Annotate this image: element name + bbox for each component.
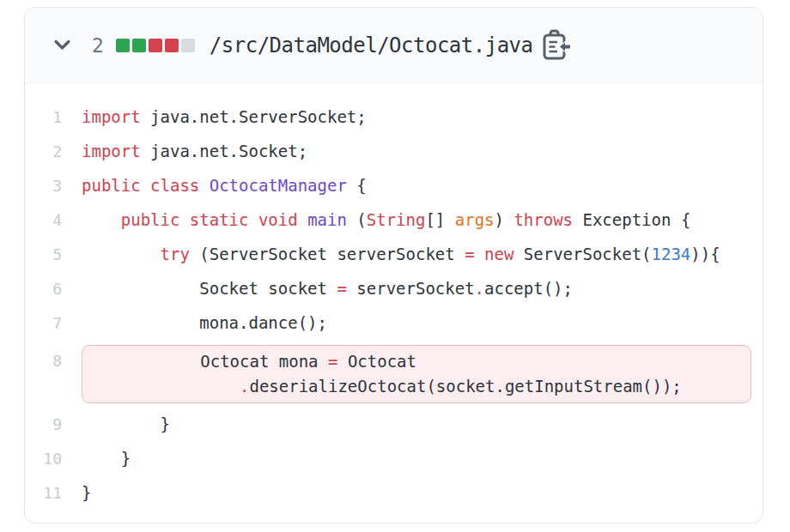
line-number: 9 (25, 415, 82, 433)
token-ty: main (307, 210, 347, 229)
token-kw: import (82, 142, 141, 160)
token-pl: (ServerSocket serverSocket (190, 245, 465, 263)
token-pl: Octocat mona (82, 352, 328, 371)
token-pl: Exception { (573, 210, 690, 229)
code-line[interactable]: 9 } (25, 407, 763, 441)
line-number: 5 (25, 245, 82, 263)
line-number: 1 (25, 108, 82, 126)
diff-block-added (116, 39, 130, 52)
token-pl: java.net.ServerSocket; (141, 107, 367, 126)
token-pl: )){ (690, 245, 720, 263)
line-content: Socket socket = serverSocket.accept(); (82, 271, 573, 305)
line-number: 3 (25, 177, 82, 195)
token-kw: . (240, 377, 249, 396)
line-content: import java.net.ServerSocket; (82, 100, 367, 134)
line-number: 10 (25, 450, 82, 468)
line-content: mona.dance(); (82, 305, 327, 340)
code-view: 1import java.net.ServerSocket;2import ja… (25, 83, 763, 510)
line-content: .deserializeOctocat(socket.getInputStrea… (82, 374, 750, 399)
changes-count: 2 (92, 34, 104, 57)
token-pl (82, 210, 121, 229)
token-kw: = (328, 352, 337, 371)
token-pl: ) (495, 210, 514, 229)
line-number: 11 (25, 484, 82, 502)
token-pl (475, 245, 484, 263)
token-pl: } (82, 449, 131, 468)
token-nu: 1234 (652, 245, 691, 263)
token-pl: serverSocket (347, 279, 475, 298)
token-kw: public class (82, 176, 199, 195)
line-content: } (82, 407, 170, 441)
token-kw: throws (514, 210, 573, 229)
token-pl: deserializeOctocat(socket.getInputStream… (249, 377, 681, 396)
token-kw: import (82, 107, 141, 126)
token-pl (82, 377, 240, 396)
line-content: try (ServerSocket serverSocket = new Ser… (82, 237, 720, 271)
token-kw: public static void (121, 210, 298, 229)
line-content: Octocat mona = Octocat (82, 349, 750, 374)
token-ty: OctocatManager (210, 176, 347, 195)
line-number: 4 (25, 211, 82, 229)
diff-block-added (132, 39, 146, 52)
token-kw: try (161, 245, 190, 263)
token-kw: . (475, 279, 484, 298)
clipboard-copy-icon[interactable] (541, 29, 570, 62)
diff-block-removed (165, 39, 179, 52)
token-kw: String (367, 210, 426, 229)
code-line[interactable]: 4 public static void main (String[] args… (25, 203, 763, 237)
line-number: 6 (25, 280, 82, 298)
diff-file-card: 2 /src/DataModel/Octocat.java 1import ja… (24, 7, 763, 523)
token-pl: Socket socket (82, 279, 337, 298)
line-number: 2 (25, 142, 82, 160)
token-pl: [] (425, 210, 454, 229)
token-pl: mona.dance(); (82, 313, 327, 332)
token-pl (199, 176, 209, 195)
code-line[interactable]: 6 Socket socket = serverSocket.accept(); (25, 271, 763, 305)
diff-stat-blocks (116, 39, 195, 52)
chevron-down-icon[interactable] (51, 33, 74, 57)
line-content: } (82, 441, 131, 475)
token-pl (298, 210, 307, 229)
token-pl: java.net.Socket; (141, 142, 307, 160)
token-kw: = (465, 245, 474, 263)
diff-block-neutral (181, 39, 195, 52)
line-content: } (82, 475, 91, 510)
code-line[interactable]: 7 mona.dance(); (25, 305, 763, 340)
token-pl: } (82, 483, 91, 502)
token-pl: ServerSocket( (514, 245, 651, 263)
diff-block-removed (149, 39, 162, 52)
line-content: public static void main (String[] args) … (82, 203, 690, 237)
token-kw: new (484, 245, 514, 263)
code-line[interactable]: 2import java.net.Socket; (25, 134, 763, 168)
line-number: 7 (25, 314, 82, 332)
code-line[interactable]: 3public class OctocatManager { (25, 168, 763, 203)
code-line[interactable]: 8 Octocat mona = Octocat .deserializeOct… (25, 340, 763, 407)
code-line[interactable]: 5 try (ServerSocket serverSocket = new S… (25, 237, 763, 271)
line-number: 8 (25, 340, 82, 383)
line-content: import java.net.Socket; (82, 134, 307, 168)
token-kw: = (337, 279, 346, 298)
file-path: /src/DataModel/Octocat.java (210, 33, 533, 57)
alert-highlight-box[interactable]: Octocat mona = Octocat .deserializeOctoc… (82, 345, 751, 403)
code-line[interactable]: 11} (25, 475, 763, 510)
line-content: public class OctocatManager { (82, 168, 367, 203)
code-line[interactable]: 10 } (25, 441, 763, 475)
token-pl (82, 245, 161, 263)
token-pl: accept(); (484, 279, 573, 298)
token-pr: args (455, 210, 495, 229)
token-pl: Octocat (337, 352, 416, 371)
file-header[interactable]: 2 /src/DataModel/Octocat.java (25, 8, 763, 83)
token-pl: } (82, 414, 170, 433)
code-line[interactable]: 1import java.net.ServerSocket; (25, 100, 763, 134)
token-pl: { (347, 176, 367, 195)
token-pl: ( (347, 210, 367, 229)
